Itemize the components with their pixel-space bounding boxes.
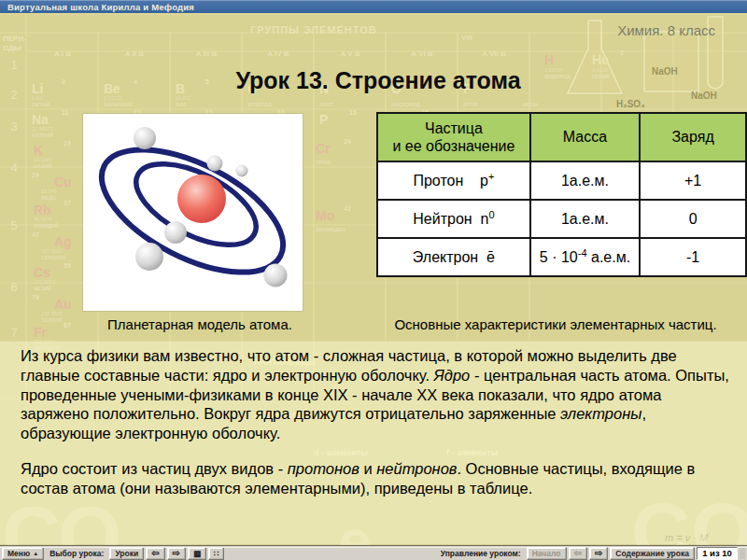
table-row-neutron: Нейтрон n0 1а.е.м. 0 xyxy=(377,200,746,238)
svg-text:РУБИДИЙ: РУБИДИЙ xyxy=(34,222,59,229)
svg-text:63,546: 63,546 xyxy=(41,189,57,194)
start-button[interactable]: Начало xyxy=(527,547,567,560)
svg-text:7: 7 xyxy=(10,326,17,340)
svg-text:3: 3 xyxy=(10,119,17,133)
svg-text:A IV B: A IV B xyxy=(267,49,289,58)
svg-text:Fr: Fr xyxy=(34,325,48,340)
svg-text:КИСЛОРОД: КИСЛОРОД xyxy=(391,102,420,107)
svg-text:ЗОЛОТО: ЗОЛОТО xyxy=(41,317,63,323)
svg-text:ГРУППЫ ЭЛЕМЕНТОВ: ГРУППЫ ЭЛЕМЕНТОВ xyxy=(250,24,377,35)
svg-text:ФТОР: ФТОР xyxy=(463,102,478,107)
proton-charge: +1 xyxy=(640,161,746,200)
electron-mass: 5 · 10-4 а.е.м. xyxy=(530,238,640,276)
svg-text:Cr: Cr xyxy=(316,141,331,156)
svg-text:H₂SO₄: H₂SO₄ xyxy=(616,99,645,109)
planetary-atom-icon xyxy=(83,114,303,311)
svg-text:47: 47 xyxy=(32,231,39,238)
bottom-toolbar: Меню ▲ Выбор урока: Уроки ⇦ ⇨ ▦ ∷ Управл… xyxy=(0,545,747,560)
electron-name: Электрон ē xyxy=(377,238,530,276)
svg-text:196,9665: 196,9665 xyxy=(41,311,63,316)
svg-text:79: 79 xyxy=(32,294,39,301)
menu-button[interactable]: Меню ▲ xyxy=(2,547,44,560)
svg-text:87: 87 xyxy=(63,322,71,329)
table-header-row: Частица и ее обозначение Масса Заряд xyxy=(377,113,746,161)
svg-text:A III B: A III B xyxy=(196,49,218,58)
svg-text:БОР: БОР xyxy=(176,102,187,107)
lesson-contents-button[interactable]: Содержание урока xyxy=(610,547,695,560)
svg-text:СЕРЕБРО: СЕРЕБРО xyxy=(41,255,67,260)
svg-text:НЕОН: НЕОН xyxy=(523,102,538,107)
svg-text:НАТРИЙ: НАТРИЙ xyxy=(32,132,53,138)
svg-text:АЗОТ: АЗОТ xyxy=(319,102,334,107)
svg-text:ЦЕЗИЙ: ЦЕЗИЙ xyxy=(34,285,51,291)
grid-view-button[interactable]: ▦ xyxy=(188,547,206,560)
svg-text:4: 4 xyxy=(10,161,17,175)
atom-figure xyxy=(82,113,303,312)
lesson-select-label: Выбор урока: xyxy=(46,549,107,558)
grid-icon: ▦ xyxy=(193,549,201,558)
electron xyxy=(134,127,156,149)
next-lesson-button[interactable]: ⇨ xyxy=(167,547,186,560)
page-indicator: 1 из 10 xyxy=(697,547,738,560)
svg-text:6,941: 6,941 xyxy=(32,95,45,101)
svg-text:9,01218: 9,01218 xyxy=(104,95,122,101)
electron xyxy=(207,156,223,172)
header-charge: Заряд xyxy=(640,113,746,161)
svg-text:Au: Au xyxy=(54,297,72,312)
svg-text:УГЛЕРОД: УГЛЕРОД xyxy=(247,102,272,107)
svg-text:H: H xyxy=(544,52,554,67)
page-title: Урок 13. Строение атома xyxy=(0,67,747,94)
lesson-control-label: Управление уроком: xyxy=(437,549,525,558)
right-arrow-icon: ⇨ xyxy=(173,549,180,558)
svg-text:85,4678: 85,4678 xyxy=(34,217,52,222)
svg-text:A V B: A V B xyxy=(340,49,359,58)
dots-icon: ∷ xyxy=(214,549,218,558)
svg-text:132,9054: 132,9054 xyxy=(34,279,55,285)
svg-text:6: 6 xyxy=(10,280,17,294)
svg-text:Mo: Mo xyxy=(316,208,334,223)
header-particle: Частица и ее обозначение xyxy=(377,113,530,161)
body-paragraph-1: Из курса физики вам известно, что атом -… xyxy=(21,346,730,443)
lesson-screen: ГРУППЫ ЭЛЕМЕНТОВПЕРИ-ОДЫA I BA II BA III… xyxy=(0,0,747,560)
page-back-button[interactable]: ⇦ xyxy=(569,547,587,560)
neutron-name: Нейтрон n0 xyxy=(377,200,530,238)
prev-lesson-button[interactable]: ⇦ xyxy=(146,547,164,560)
svg-text:39,0983: 39,0983 xyxy=(34,157,52,162)
svg-text:2: 2 xyxy=(620,49,624,56)
tiles-view-button[interactable]: ∷ xyxy=(208,547,224,560)
right-arrow-icon: ⇨ xyxy=(595,549,602,558)
electron xyxy=(164,221,187,244)
svg-text:ЛИТИЙ: ЛИТИЙ xyxy=(32,101,49,107)
svg-text:A I B: A I B xyxy=(54,49,71,58)
page-forward-button[interactable]: ⇨ xyxy=(589,547,608,560)
table-row-electron: Электрон ē 5 · 10-4 а.е.м. -1 xyxy=(377,238,746,276)
window-title: Виртуальная школа Кирилла и Мефодия xyxy=(0,2,194,12)
nucleus xyxy=(177,175,226,223)
svg-text:107,8682: 107,8682 xyxy=(41,248,63,254)
svg-text:15: 15 xyxy=(349,109,357,116)
lessons-button[interactable]: Уроки xyxy=(109,547,144,560)
svg-text:Na: Na xyxy=(32,112,49,127)
svg-text:10,811: 10,811 xyxy=(176,95,190,101)
window-titlebar: Виртуальная школа Кирилла и Мефодия xyxy=(0,0,747,13)
electron xyxy=(264,264,288,287)
svg-text:A VII B: A VII B xyxy=(482,49,506,58)
proton-mass: 1а.е.м. xyxy=(530,161,640,200)
electron xyxy=(135,243,163,271)
svg-text:5: 5 xyxy=(10,218,17,232)
svg-text:22,98977: 22,98977 xyxy=(32,126,53,132)
svg-text:K: K xyxy=(34,143,43,158)
svg-text:Cu: Cu xyxy=(54,175,72,189)
svg-text:Rb: Rb xyxy=(34,203,51,217)
figure-caption: Планетарная модель атома. xyxy=(82,316,317,332)
svg-text:VIII: VIII xyxy=(461,34,472,42)
body-paragraph-2: Ядро состоит из частиц двух видов - прот… xyxy=(21,459,730,498)
svg-text:ХРОМ: ХРОМ xyxy=(316,160,331,165)
header-mass: Масса xyxy=(530,113,640,161)
svg-text:55: 55 xyxy=(63,262,71,269)
svg-text:11: 11 xyxy=(62,109,69,116)
svg-text:P: P xyxy=(319,112,328,127)
table-row-proton: Протон p+ 1а.е.м. +1 xyxy=(377,161,746,200)
proton-name: Протон p+ xyxy=(377,161,530,200)
scrollbar-stub xyxy=(740,548,745,559)
